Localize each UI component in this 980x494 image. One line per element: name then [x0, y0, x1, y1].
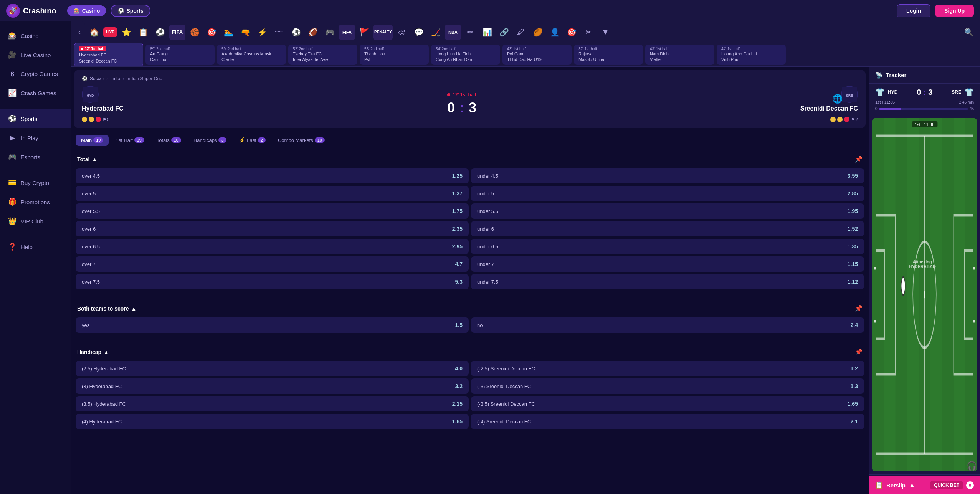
live-match-card-8[interactable]: 37' 1st half Rajawali Masolo United — [574, 45, 643, 65]
odds-under-5-5[interactable]: under 5.5 1.95 — [471, 203, 864, 219]
live-match-card-9[interactable]: 43' 1st half Nam Dinh Viettel — [645, 45, 714, 65]
nav-tennis-icon[interactable]: 〰 — [271, 25, 287, 40]
nav-live-icon[interactable]: LIVE — [103, 27, 117, 37]
nav-person-icon[interactable]: 👤 — [547, 25, 562, 40]
odds-under-5[interactable]: under 5 2.85 — [471, 186, 864, 201]
odds-over-5-5[interactable]: over 5.5 1.75 — [76, 203, 469, 219]
tab-totals[interactable]: Totals 10 — [151, 135, 187, 146]
collapse-button[interactable]: ‹ — [74, 21, 85, 43]
tab-casino[interactable]: 🎰 Casino — [67, 5, 106, 16]
odds-over-5[interactable]: over 5 1.37 — [76, 186, 469, 201]
odds-yes[interactable]: yes 1.5 — [76, 317, 469, 333]
pin-handicap[interactable]: 📌 — [855, 348, 863, 355]
sidebar-item-crypto-games[interactable]: ₿ Crypto Games — [0, 64, 71, 83]
sidebar-item-crash-games[interactable]: 📈 Crash Games — [0, 83, 71, 102]
sidebar-item-live-casino[interactable]: 🎥 Live Casino — [0, 45, 71, 64]
nav-esports-icon[interactable]: 🎮 — [322, 25, 337, 40]
pin-total[interactable]: 📌 — [855, 155, 863, 163]
nav-fifa-icon[interactable]: FIFA — [169, 25, 185, 40]
odds-under-7-5[interactable]: under 7.5 1.12 — [471, 274, 864, 289]
sidebar-item-promotions[interactable]: 🎁 Promotions — [0, 192, 71, 211]
nav-american-football-icon[interactable]: 🏈 — [305, 25, 321, 40]
tab-main[interactable]: Main 19 — [76, 135, 109, 146]
login-button[interactable]: Login — [897, 4, 930, 17]
match-options-icon[interactable]: ⋮ — [853, 76, 859, 84]
headset-icon[interactable]: 🎧 — [967, 461, 977, 471]
nav-fifa2-icon[interactable]: FIFA — [339, 25, 355, 40]
nav-racing-icon[interactable]: 🏎 — [394, 25, 410, 40]
nav-basketball-icon[interactable]: 🏀 — [187, 25, 202, 40]
odds-under-6-5[interactable]: under 6.5 1.35 — [471, 239, 864, 254]
tracker-teams-score: 👕 HYD 0 : 3 SRE 👕 — [875, 88, 974, 97]
live-match-card-6[interactable]: 54' 2nd half Hong Linh Ha Tinh Cong An N… — [431, 45, 500, 65]
betslip-bar[interactable]: 📋 Betslip ▲ QUICK BET 0 — [869, 476, 980, 494]
odds-under-4-5[interactable]: under 4.5 3.55 — [471, 168, 864, 183]
nav-edit-icon[interactable]: ✏ — [463, 25, 478, 40]
odds-hyd-3-5[interactable]: (3.5) Hyderabad FC 2.15 — [76, 396, 469, 411]
odds-under-6[interactable]: under 6 1.52 — [471, 221, 864, 236]
nav-darts-icon[interactable]: 🎯 — [204, 25, 219, 40]
odds-sre-2-5[interactable]: (-2.5) Sreenidi Deccan FC 1.2 — [471, 361, 864, 376]
odds-hyd-2-5[interactable]: (2.5) Hyderabad FC 4.0 — [76, 361, 469, 376]
quick-bet-button[interactable]: QUICK BET — [930, 481, 963, 489]
sidebar-item-label: Sports — [21, 116, 37, 122]
odds-over-7[interactable]: over 7 4.7 — [76, 256, 469, 272]
sidebar-item-casino[interactable]: 🎰 Casino — [0, 26, 71, 45]
sidebar-item-in-play[interactable]: ▶ In Play — [0, 128, 71, 147]
odds-sre-4[interactable]: (-4) Sreenidi Deccan FC 2.1 — [471, 414, 864, 429]
sidebar-item-sports[interactable]: ⚽ Sports — [0, 109, 71, 128]
nav-scissors-icon[interactable]: ✂ — [581, 25, 596, 40]
nav-pen-icon[interactable]: 🖊 — [513, 25, 529, 40]
nav-swim-icon[interactable]: 🏊 — [221, 25, 236, 40]
tab-sports[interactable]: ⚽ Sports — [111, 5, 150, 17]
svg-text:HYD: HYD — [86, 94, 94, 97]
nav-home-icon[interactable]: 🏠 — [86, 25, 102, 40]
live-match-card-7[interactable]: 43' 1st half Pvf Cand Tt Bd Dao Ha U19 — [502, 45, 572, 65]
nav-shoot-icon[interactable]: 🔫 — [238, 25, 253, 40]
pin-both-teams[interactable]: 📌 — [855, 305, 863, 312]
odds-no[interactable]: no 2.4 — [471, 317, 864, 333]
tab-1st-half[interactable]: 1st Half 19 — [110, 135, 149, 146]
live-match-card-1[interactable]: 12' 1st half Hyderabad FC Sreenidi Decca… — [74, 43, 143, 67]
odds-sre-3-5[interactable]: (-3.5) Sreenidi Deccan FC 1.65 — [471, 396, 864, 411]
live-match-card-3[interactable]: 59' 2nd half Akademika Cosmos Minsk Crad… — [217, 45, 286, 65]
sidebar-item-label: Crash Games — [21, 90, 56, 96]
tab-fast[interactable]: ⚡ Fast 2 — [233, 134, 271, 146]
nav-flag-icon[interactable]: 🚩 — [357, 25, 372, 40]
nav-bolt-icon[interactable]: ⚡ — [255, 25, 270, 40]
nav-ball-icon[interactable]: ⚽ — [288, 25, 304, 40]
signup-button[interactable]: Sign Up — [935, 5, 974, 17]
nav-chat-icon[interactable]: 💬 — [411, 25, 426, 40]
sidebar-item-esports[interactable]: 🎮 Esports — [0, 147, 71, 167]
nav-rugby-icon[interactable]: 🏉 — [530, 25, 545, 40]
tab-handicaps[interactable]: Handicaps 3 — [188, 135, 232, 146]
search-button[interactable]: 🔍 — [961, 25, 977, 40]
nav-numbers-icon[interactable]: NBA — [445, 25, 461, 40]
nav-hockey-icon[interactable]: 🏒 — [428, 25, 443, 40]
sidebar-item-vip-club[interactable]: 👑 VIP Club — [0, 211, 71, 231]
betting-tabs: Main 19 1st Half 19 Totals 10 Handicaps … — [71, 131, 869, 149]
nav-link-icon[interactable]: 🔗 — [496, 25, 512, 40]
nav-target-icon[interactable]: 🎯 — [564, 25, 579, 40]
sidebar-item-buy-crypto[interactable]: 💳 Buy Crypto — [0, 173, 71, 192]
live-match-card-2[interactable]: 89' 2nd half An Giang Can Tho — [145, 45, 215, 65]
live-match-card-10[interactable]: 44' 1st half Hoang Anh Gia Lai Vinh Phuc — [717, 45, 786, 65]
odds-sre-3[interactable]: (-3) Sreenidi Deccan FC 1.3 — [471, 378, 864, 394]
nav-stats-icon[interactable]: 📊 — [479, 25, 495, 40]
nav-favorites-icon[interactable]: ⭐ — [119, 25, 134, 40]
nav-soccer-icon[interactable]: ⚽ — [152, 25, 168, 40]
odds-over-4-5[interactable]: over 4.5 1.25 — [76, 168, 469, 183]
live-match-card-4[interactable]: 52' 2nd half Tzeirey Tira FC Inter Alyaa… — [288, 45, 357, 65]
nav-penalty-icon[interactable]: PENALTY — [373, 25, 393, 40]
odds-over-6[interactable]: over 6 2.35 — [76, 221, 469, 236]
nav-more-icon[interactable]: ▼ — [598, 25, 613, 40]
odds-under-7[interactable]: under 7 1.15 — [471, 256, 864, 272]
live-match-card-5[interactable]: 55' 2nd half Thanh Hoa Pvf — [360, 45, 429, 65]
odds-over-6-5[interactable]: over 6.5 2.95 — [76, 239, 469, 254]
odds-hyd-4[interactable]: (4) Hyderabad FC 1.65 — [76, 414, 469, 429]
tab-combo-markets[interactable]: Combo Markets 10 — [273, 135, 330, 146]
nav-betslip-icon[interactable]: 📋 — [136, 25, 151, 40]
odds-over-7-5[interactable]: over 7.5 5.3 — [76, 274, 469, 289]
sidebar-item-help[interactable]: ❓ Help — [0, 237, 71, 256]
odds-hyd-3[interactable]: (3) Hyderabad FC 3.2 — [76, 378, 469, 394]
